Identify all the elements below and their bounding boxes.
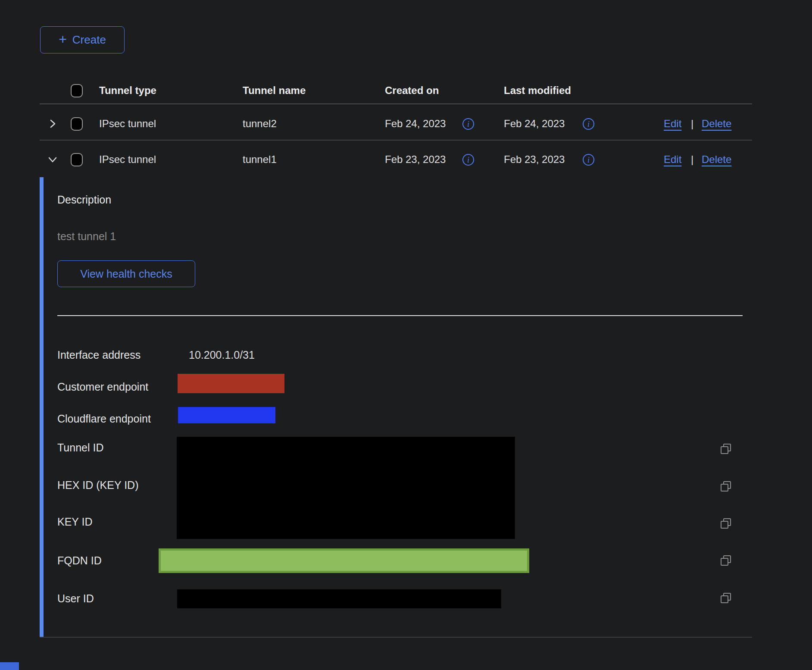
tunnel-name-cell: tunnel1 [243,153,277,166]
fqdn-id-redaction [159,548,529,573]
key-id-label: KEY ID [57,515,93,528]
created-on-cell: Feb 23, 2023 [385,153,446,166]
description-label: Description [57,193,111,206]
delete-link[interactable]: Delete [702,117,731,130]
select-all-checkbox[interactable] [71,84,83,97]
expand-chevron-right-icon[interactable] [46,117,59,130]
description-value: test tunnel 1 [57,230,116,243]
copy-icon[interactable] [719,517,733,530]
interface-address-value: 10.200.1.0/31 [189,348,255,361]
tunnel-name-cell: tunnel2 [243,117,277,130]
action-separator: | [691,117,693,130]
table-bottom-divider [40,637,752,638]
section-divider [57,315,743,316]
bottom-left-accent-fragment [0,662,19,670]
copy-icon[interactable] [719,591,733,605]
customer-endpoint-label: Customer endpoint [57,380,148,393]
tunnel-type-cell: IPsec tunnel [99,153,156,166]
view-health-checks-button[interactable]: View health checks [57,260,195,287]
cloudflare-endpoint-label: Cloudflare endpoint [57,412,151,425]
info-icon[interactable]: i [462,154,474,166]
column-header-created-on: Created on [385,84,439,97]
user-id-redaction [177,589,501,608]
delete-link[interactable]: Delete [702,153,731,166]
expanded-row-accent-bar [40,177,44,637]
create-button[interactable]: + Create [40,26,125,53]
last-modified-cell: Feb 23, 2023 [504,153,565,166]
copy-icon[interactable] [719,442,733,456]
row-checkbox[interactable] [71,153,83,166]
fqdn-id-label: FQDN ID [57,554,102,567]
row-checkbox[interactable] [71,117,83,131]
info-icon[interactable]: i [583,118,594,130]
tunnel-id-label: Tunnel ID [57,441,103,454]
column-header-last-modified: Last modified [504,84,571,97]
interface-address-label: Interface address [57,348,141,361]
column-header-tunnel-type: Tunnel type [99,84,156,97]
customer-endpoint-redaction [178,374,284,393]
copy-icon[interactable] [719,479,733,493]
info-icon[interactable]: i [583,154,594,166]
tunnels-page: { "colors": { "accent_blue": "#5a86ec", … [0,0,812,670]
header-divider [40,103,752,104]
row-divider [40,140,752,141]
copy-icon[interactable] [719,554,733,567]
cloudflare-endpoint-redaction [178,407,275,423]
edit-link[interactable]: Edit [664,117,681,130]
plus-icon: + [59,32,67,46]
action-separator: | [691,153,693,166]
last-modified-cell: Feb 24, 2023 [504,117,565,130]
tunnel-type-cell: IPsec tunnel [99,117,156,130]
collapse-chevron-down-icon[interactable] [46,153,59,166]
hex-id-label: HEX ID (KEY ID) [57,479,138,492]
edit-link[interactable]: Edit [664,153,681,166]
column-header-tunnel-name: Tunnel name [243,84,306,97]
id-values-redaction [177,437,515,539]
created-on-cell: Feb 24, 2023 [385,117,446,130]
info-icon[interactable]: i [462,118,474,130]
create-button-label: Create [72,33,106,47]
user-id-label: User ID [57,592,94,605]
